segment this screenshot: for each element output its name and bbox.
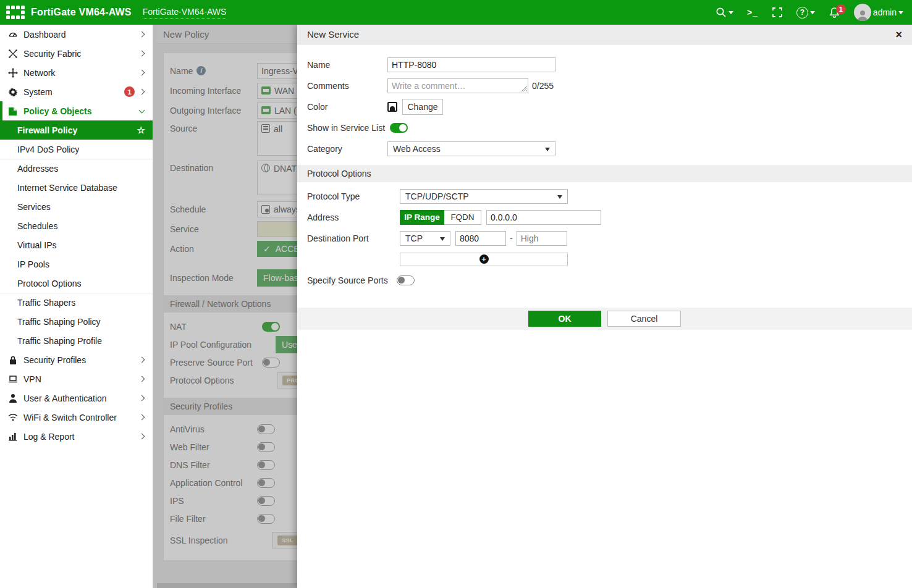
protocol-type-label: Protocol Type (307, 191, 400, 201)
help-button[interactable]: ? (796, 7, 815, 19)
chevron-right-icon (139, 395, 145, 401)
sidebar-item-network[interactable]: Network (0, 63, 153, 82)
destination-port-label: Destination Port (307, 233, 400, 243)
protocol-options-header: Protocol Options (297, 165, 912, 182)
chevron-down-icon (139, 107, 145, 113)
protocol-type-select[interactable]: TCP/UDP/SCTP (400, 189, 568, 204)
sidebar-item-addresses[interactable]: Addresses (0, 159, 153, 178)
person-icon (7, 393, 18, 403)
dialog-header: New Service × (297, 25, 912, 44)
change-color-button[interactable]: Change (402, 99, 443, 115)
port-protocol-select[interactable]: TCP (400, 231, 450, 246)
sidebar-item-internet-service-database[interactable]: Internet Service Database (0, 178, 153, 197)
sidebar-item-policy-objects[interactable]: Policy & Objects (0, 101, 153, 120)
caret-down-icon (728, 11, 733, 17)
laptop-icon (7, 374, 18, 384)
ok-button[interactable]: OK (528, 311, 601, 327)
cli-console-button[interactable]: >_ (747, 7, 758, 17)
favorite-star-icon[interactable]: ☆ (137, 125, 145, 136)
port-high-input[interactable] (517, 231, 567, 246)
notification-badge: 1 (836, 4, 846, 14)
avatar (854, 4, 871, 21)
caret-down-icon (557, 195, 562, 201)
ip-range-segment-button[interactable]: IP Range (400, 210, 444, 225)
resize-grip-icon[interactable] (521, 86, 527, 91)
sidebar-item-traffic-shaping-policy[interactable]: Traffic Shaping Policy (0, 312, 153, 331)
chevron-right-icon (139, 51, 145, 57)
sidebar-item-traffic-shapers[interactable]: Traffic Shapers (0, 293, 153, 312)
sidebar-nav: Dashboard Security Fabric Network System… (0, 25, 153, 588)
chevron-right-icon (139, 89, 145, 95)
sidebar-item-log-report[interactable]: Log & Report (0, 427, 153, 446)
sidebar-item-ip-pools[interactable]: IP Pools (0, 254, 153, 274)
port-range-dash: - (510, 233, 513, 243)
caret-down-icon (898, 11, 903, 17)
cancel-button[interactable]: Cancel (607, 311, 681, 327)
caret-down-icon (545, 148, 550, 154)
caret-down-icon (810, 11, 815, 17)
hostname-link[interactable]: FortiGate-VM64-AWS (143, 7, 227, 19)
service-name-label: Name (307, 60, 387, 70)
sidebar-item-schedules[interactable]: Schedules (0, 216, 153, 235)
chevron-right-icon (139, 414, 145, 421)
sidebar-item-wifi-switch-controller[interactable]: WiFi & Switch Controller (0, 408, 153, 427)
lock-icon (7, 355, 18, 365)
wifi-icon (7, 412, 18, 422)
terminal-icon: >_ (747, 7, 758, 17)
sidebar-item-firewall-policy[interactable]: Firewall Policy ☆ (0, 120, 153, 140)
bar-chart-icon (7, 431, 18, 442)
notifications-button[interactable]: 1 (829, 7, 840, 19)
dialog-footer: OK Cancel (297, 308, 912, 330)
sidebar-item-user-authentication[interactable]: User & Authentication (0, 388, 153, 408)
dialog-title: New Service (307, 29, 359, 40)
policy-page-icon (7, 106, 18, 116)
gear-icon (7, 86, 18, 97)
color-swatch-icon (387, 102, 397, 112)
sidebar-item-services[interactable]: Services (0, 197, 153, 216)
category-select[interactable]: Web Access (387, 141, 555, 156)
sidebar-item-protocol-options[interactable]: Protocol Options (0, 274, 153, 293)
sidebar-item-security-fabric[interactable]: Security Fabric (0, 44, 153, 63)
chevron-right-icon (139, 357, 145, 363)
address-label: Address (307, 212, 400, 222)
network-icon (7, 67, 18, 78)
sidebar-item-system[interactable]: System 1 (0, 82, 153, 101)
chevron-right-icon (139, 376, 145, 382)
sidebar-item-vpn[interactable]: VPN (0, 369, 153, 388)
specify-source-ports-label: Specify Source Ports (307, 275, 388, 285)
sidebar-item-security-profiles[interactable]: Security Profiles (0, 350, 153, 369)
comments-label: Comments (307, 81, 387, 91)
show-in-service-list-label: Show in Service List (307, 123, 385, 133)
search-icon (716, 7, 727, 18)
user-menu[interactable]: admin (854, 4, 903, 21)
top-bar: FortiGate VM64-AWS FortiGate-VM64-AWS >_… (0, 0, 912, 25)
help-icon: ? (796, 7, 808, 19)
ip-address-input[interactable] (486, 210, 601, 225)
comments-input[interactable] (387, 78, 528, 93)
security-fabric-icon (7, 48, 18, 59)
close-icon[interactable]: × (895, 29, 902, 40)
user-icon (856, 9, 869, 21)
sidebar-item-ipv4-dos-policy[interactable]: IPv4 DoS Policy (0, 140, 153, 159)
chevron-right-icon (139, 434, 145, 440)
sidebar-item-traffic-shaping-profile[interactable]: Traffic Shaping Profile (0, 331, 153, 350)
sidebar-item-virtual-ips[interactable]: Virtual IPs (0, 235, 153, 254)
dashboard-icon (7, 29, 18, 40)
specify-source-ports-toggle[interactable] (397, 275, 415, 285)
add-port-range-button[interactable]: + (400, 253, 568, 266)
plus-icon: + (479, 254, 489, 264)
color-label: Color (307, 102, 387, 112)
sidebar-item-dashboard[interactable]: Dashboard (0, 25, 153, 44)
comments-counter: 0/255 (532, 81, 554, 91)
search-button[interactable] (716, 7, 733, 18)
fqdn-segment-button[interactable]: FQDN (444, 210, 481, 225)
service-name-input[interactable] (387, 57, 555, 72)
product-title: FortiGate VM64-AWS (31, 7, 132, 18)
new-service-dialog: New Service × Name Comments 0/255 Color … (297, 25, 912, 588)
category-label: Category (307, 144, 387, 154)
chevron-right-icon (139, 32, 145, 38)
port-low-input[interactable] (455, 231, 506, 246)
fullscreen-button[interactable] (772, 7, 783, 18)
show-in-service-list-toggle[interactable] (390, 123, 408, 133)
username-label: admin (873, 7, 897, 17)
